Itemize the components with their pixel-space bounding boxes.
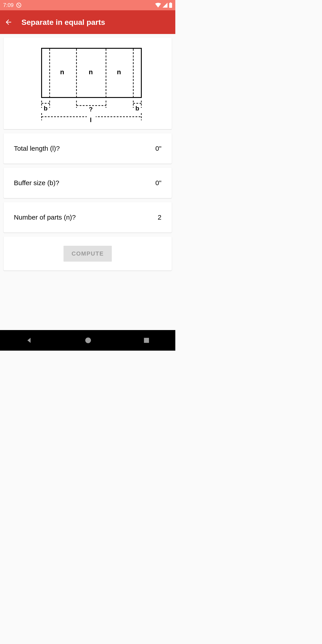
nav-home-icon[interactable]	[84, 336, 92, 344]
svg-rect-2	[170, 2, 171, 3]
diagram-b-right-label: b	[135, 105, 139, 112]
cell-signal-icon	[162, 3, 168, 8]
content: n n n b b ?	[0, 34, 175, 330]
num-parts-label: Number of parts (n)?	[14, 214, 76, 221]
nav-bar	[0, 330, 175, 350]
diagram-svg: n n n b b ?	[4, 38, 172, 129]
total-length-label: Total length (l)?	[14, 145, 60, 152]
page-title: Separate in equal parts	[22, 18, 105, 26]
buffer-size-label: Buffer size (b)?	[14, 179, 59, 187]
app-bar: Separate in equal parts	[0, 10, 175, 34]
buffer-size-row[interactable]: Buffer size (b)? 0"	[4, 168, 172, 198]
nav-back-icon[interactable]	[26, 336, 33, 344]
nav-recent-icon[interactable]	[143, 337, 150, 344]
status-left: 7:09	[3, 2, 22, 8]
buffer-size-value: 0"	[156, 179, 162, 187]
status-bar: 7:09	[0, 0, 175, 10]
status-right	[155, 2, 172, 8]
num-parts-row[interactable]: Number of parts (n)? 2	[4, 202, 172, 232]
diagram-n-label: n	[117, 68, 121, 76]
diagram-n-label: n	[60, 68, 64, 76]
num-parts-value: 2	[158, 214, 162, 221]
status-time: 7:09	[3, 2, 14, 8]
svg-rect-1	[169, 3, 172, 8]
svg-rect-22	[144, 338, 149, 343]
battery-icon	[169, 2, 172, 8]
total-length-row[interactable]: Total length (l)? 0"	[4, 133, 172, 164]
diagram-b-left-label: b	[44, 105, 48, 112]
compute-card: COMPUTE	[4, 236, 172, 270]
no-sync-icon	[16, 2, 22, 8]
diagram-card: n n n b b ?	[4, 38, 172, 129]
total-length-value: 0"	[156, 145, 162, 152]
svg-point-21	[85, 338, 91, 343]
back-arrow-icon[interactable]	[4, 18, 12, 26]
diagram-length-label: l	[90, 116, 92, 124]
compute-button[interactable]: COMPUTE	[64, 246, 112, 262]
diagram-n-label: n	[89, 68, 93, 76]
diagram-question-label: ?	[89, 106, 92, 113]
wifi-icon	[155, 3, 161, 8]
